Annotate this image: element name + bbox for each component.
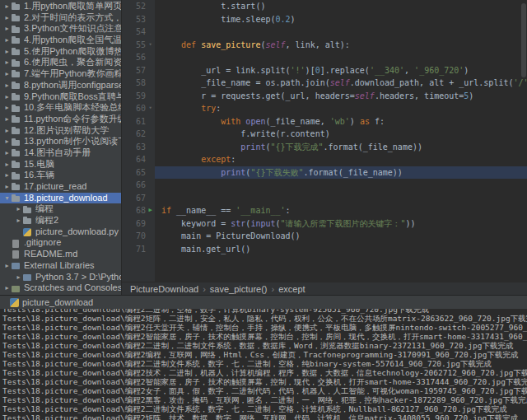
tree-item-label: README.md [24, 249, 121, 260]
chevron-down-icon[interactable]: ▾ [3, 193, 11, 204]
line-number: 68 [136, 204, 146, 217]
tree-item[interactable]: ▸17.picture_read [0, 181, 121, 193]
chevron-right-icon[interactable]: ▸ [3, 23, 11, 35]
console-tab[interactable]: picture_download [5, 296, 98, 309]
code-editor[interactable]: 52 t.start()53 time.sleep(0.2)5455▾ def … [122, 0, 527, 282]
folder-icon [11, 148, 21, 157]
chevron-right-icon[interactable]: ▸ [3, 170, 11, 181]
chevron-right-icon[interactable]: ▸ [3, 1, 11, 12]
code-line[interactable]: 62 f.write(r.content) [122, 128, 527, 141]
main-area: ▸1.用python爬取简单网页▸2.对于时间的表示方式，你可...▸3.Pyt… [0, 0, 527, 295]
code-line[interactable]: 54 [122, 26, 527, 39]
run-arrow-icon[interactable]: ▶ [146, 204, 155, 217]
line-number: 71 [136, 243, 146, 256]
chevron-right-icon[interactable]: ▸ [3, 136, 11, 147]
code-text: _file_name = os.path.join(self.download_… [155, 77, 527, 90]
tree-item[interactable]: ▸8.python调用configparser... [0, 80, 121, 91]
line-number: 62 [136, 128, 146, 141]
chevron-right-icon[interactable]: ▸ [3, 35, 11, 46]
code-text [155, 26, 527, 39]
code-text: print("{}下载失败".format(_file_name)) [155, 166, 527, 180]
tree-item[interactable]: ▸编程2 [0, 215, 121, 226]
code-line[interactable]: 60▾ try: [122, 102, 527, 115]
chevron-right-icon[interactable]: ▸ [3, 147, 11, 159]
code-line[interactable]: 55▾ def save_picture(self, link, alt): [122, 39, 527, 52]
code-line[interactable]: 71 main.get_url() [122, 243, 527, 256]
fold-icon[interactable]: ▾ [146, 39, 155, 52]
gutter-cell: 55▾ [122, 39, 155, 52]
tree-item[interactable]: ▸10.多年电脑脚本经验总结 [0, 102, 121, 114]
chevron-right-icon[interactable]: ▸ [3, 102, 11, 114]
chevron-right-icon[interactable]: ▸ [3, 91, 11, 103]
chevron-right-icon[interactable]: ▸ [3, 12, 11, 24]
line-number: 65 [136, 166, 146, 180]
tree-item[interactable]: ▸Scratches and Consoles [0, 282, 121, 294]
chevron-right-icon[interactable]: ▸ [3, 181, 11, 193]
tree-item[interactable]: ▸External Libraries [0, 260, 121, 272]
tree-item[interactable]: ▸9.Python爬取Boss直聘与你分析 [0, 91, 121, 103]
gutter-cell: 58 [122, 77, 155, 90]
chevron-right-icon[interactable]: ▸ [15, 203, 22, 215]
chevron-right-icon[interactable]: ▸ [3, 260, 11, 272]
code-line[interactable]: 63 print("{}下载完成".format(_file_name)) [122, 141, 527, 154]
code-line[interactable]: 58 _file_name = os.path.join(self.downlo… [122, 77, 527, 90]
tree-item[interactable]: ▸13.python制作小说阅读下载... [0, 136, 121, 147]
chevron-right-icon[interactable]: ▸ [3, 80, 11, 91]
code-line[interactable]: 68▶if __name__ == '__main__': [122, 204, 527, 217]
gutter-cell: 68▶ [122, 204, 155, 217]
chevron-right-icon[interactable]: ▸ [3, 68, 11, 80]
code-text: print("{}下载完成".format(_file_name)) [155, 141, 527, 154]
code-line[interactable]: 69 keyword = str(input("请输入所需下载图片的关键字：")… [122, 217, 527, 231]
code-line[interactable]: 66 [122, 179, 527, 192]
tree-item[interactable]: ▸12.图片识别帮助大学 [0, 125, 121, 137]
console-output[interactable]: Tests\18.picture_download\编程2二进制，空格，数字，计… [0, 309, 527, 420]
tree-item-label: 5.使用Python爬取微博热搜 [24, 46, 121, 58]
tree-item[interactable]: ▸15.电脑 [0, 159, 121, 170]
tree-item[interactable]: ▾18.picture_download [0, 193, 121, 204]
tree-item[interactable]: ▸6.使用爬虫，聚合新闻资讯爬... [0, 57, 121, 68]
code-line[interactable]: 61 with open(_file_name, 'wb') as f: [122, 115, 527, 128]
tree-item[interactable]: .gitignore [0, 237, 121, 249]
folder-icon [11, 25, 21, 34]
tree-item[interactable]: ▸16.车辆 [0, 170, 121, 181]
editor-scrollbar[interactable] [520, 0, 527, 282]
chevron-right-icon[interactable]: ▸ [3, 282, 11, 294]
tree-item[interactable]: ▸编程 [0, 203, 121, 215]
chevron-right-icon[interactable]: ▸ [3, 114, 11, 125]
code-line[interactable]: 70 main = PictureDownload() [122, 230, 527, 243]
chevron-right-icon[interactable]: ▸ [3, 46, 11, 58]
tree-item[interactable]: ▸11.python命令行参数升级指南 [0, 114, 121, 125]
code-line[interactable]: 56 [122, 51, 527, 64]
breadcrumb-item[interactable]: save_picture() [208, 284, 269, 294]
run-tool-window: picture_download Tests\18.picture_downlo… [0, 295, 527, 420]
code-line[interactable]: 59 r = requests.get(_url, headers=self.h… [122, 90, 527, 103]
tree-item[interactable]: README.md [0, 249, 121, 260]
chevron-right-icon[interactable]: ▸ [3, 159, 11, 170]
tree-item[interactable]: ▸5.使用Python爬取微博热搜 [0, 46, 121, 58]
code-line[interactable]: 67 [122, 192, 527, 205]
chevron-right-icon[interactable]: ▸ [3, 57, 11, 68]
project-tree[interactable]: ▸1.用python爬取简单网页▸2.对于时间的表示方式，你可...▸3.Pyt… [0, 0, 122, 295]
fold-icon[interactable]: ▾ [146, 102, 155, 115]
tree-item[interactable]: ▸14.图书自动手册 [0, 147, 121, 159]
chevron-right-icon[interactable]: ▸ [3, 125, 11, 137]
tree-item[interactable]: ▸7.端午用Python教你画粽子表... [0, 68, 121, 80]
tree-item[interactable]: ▸2.对于时间的表示方式，你可... [0, 12, 121, 24]
code-line[interactable]: 64 except: [122, 153, 527, 166]
code-line[interactable]: 52 t.start() [122, 0, 527, 13]
tree-item[interactable]: ▸Python 3.7 > D:\Python... [0, 272, 121, 283]
code-line[interactable]: 57 _url = link.split('!')[0].replace('__… [122, 64, 527, 77]
tree-item[interactable]: ▸3.Python文件知识点注意（自... [0, 23, 121, 35]
code-line[interactable]: 53 time.sleep(0.2) [122, 13, 527, 26]
scrollbar-thumb[interactable] [521, 3, 526, 77]
chevron-right-icon[interactable]: ▸ [15, 272, 22, 283]
tree-item[interactable]: picture_download.py [0, 226, 121, 238]
gutter-cell: 61 [122, 115, 155, 128]
breadcrumb-item[interactable]: PictureDownload [128, 284, 200, 294]
breadcrumb-item[interactable]: except [277, 284, 306, 294]
tree-item[interactable]: ▸4.用python爬取全国气温排行... [0, 35, 121, 46]
tree-item[interactable]: ▸1.用python爬取简单网页 [0, 1, 121, 12]
code-line[interactable]: 65 print("{}下载失败".format(_file_name)) [122, 166, 527, 180]
chevron-right-icon[interactable]: ▸ [15, 215, 22, 226]
folder-icon [11, 114, 21, 124]
